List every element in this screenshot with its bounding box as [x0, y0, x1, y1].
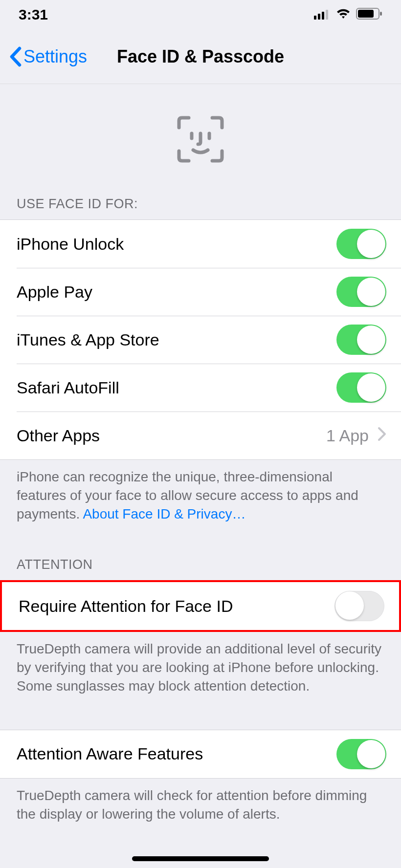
row-attention-aware: Attention Aware Features — [0, 730, 401, 778]
faceid-hero — [0, 84, 401, 196]
chevron-right-icon — [378, 426, 386, 445]
nav-bar: Settings Face ID & Passcode — [0, 29, 401, 84]
toggle-itunes-app-store[interactable] — [336, 325, 386, 355]
chevron-left-icon — [9, 46, 22, 67]
toggle-iphone-unlock[interactable] — [336, 229, 386, 259]
row-other-apps[interactable]: Other Apps 1 App — [0, 412, 401, 459]
svg-rect-5 — [380, 12, 382, 16]
attention-aware-footer: TrueDepth camera will check for attentio… — [0, 779, 401, 824]
home-indicator[interactable] — [132, 856, 269, 861]
row-label: Safari AutoFill — [17, 378, 119, 397]
cellular-icon — [314, 6, 331, 23]
status-time: 3:31 — [19, 6, 48, 23]
row-label: Attention Aware Features — [17, 744, 203, 763]
toggle-apple-pay[interactable] — [336, 277, 386, 307]
back-label: Settings — [23, 46, 87, 67]
row-itunes-app-store: iTunes & App Store — [0, 316, 401, 364]
row-label: Require Attention for Face ID — [19, 597, 233, 616]
row-iphone-unlock: iPhone Unlock — [0, 220, 401, 268]
attention-require-list: Require Attention for Face ID — [2, 582, 399, 630]
status-right — [314, 6, 382, 23]
attention-aware-list: Attention Aware Features — [0, 730, 401, 779]
faceid-icon — [176, 115, 225, 166]
svg-rect-0 — [314, 16, 316, 20]
section-header-attention: ATTENTION — [0, 557, 401, 580]
battery-icon — [356, 6, 382, 23]
about-faceid-link[interactable]: About Face ID & Privacy… — [83, 506, 245, 521]
toggle-safari-autofill[interactable] — [336, 372, 386, 403]
toggle-require-attention[interactable] — [334, 591, 384, 621]
row-label: Apple Pay — [17, 282, 92, 302]
row-require-attention: Require Attention for Face ID — [2, 582, 399, 630]
row-apple-pay: Apple Pay — [0, 268, 401, 316]
use-face-id-list: iPhone Unlock Apple Pay iTunes & App Sto… — [0, 219, 401, 460]
row-label: iTunes & App Store — [17, 330, 159, 349]
svg-rect-6 — [358, 10, 374, 18]
other-apps-count: 1 App — [326, 426, 369, 445]
svg-rect-2 — [322, 12, 324, 20]
wifi-icon — [335, 6, 351, 23]
back-button[interactable]: Settings — [0, 46, 87, 67]
svg-rect-3 — [326, 10, 328, 20]
highlight-annotation: Require Attention for Face ID — [0, 580, 401, 632]
page-title: Face ID & Passcode — [117, 46, 284, 67]
svg-rect-1 — [318, 14, 320, 20]
row-label: iPhone Unlock — [17, 235, 124, 254]
row-label: Other Apps — [17, 426, 100, 445]
use-face-id-footer: iPhone can recognize the unique, three-d… — [0, 460, 401, 523]
row-safari-autofill: Safari AutoFill — [0, 364, 401, 412]
section-header-use-face-id: USE FACE ID FOR: — [0, 196, 401, 219]
require-attention-footer: TrueDepth camera will provide an additio… — [0, 632, 401, 695]
status-bar: 3:31 — [0, 0, 401, 29]
toggle-attention-aware[interactable] — [336, 739, 386, 769]
